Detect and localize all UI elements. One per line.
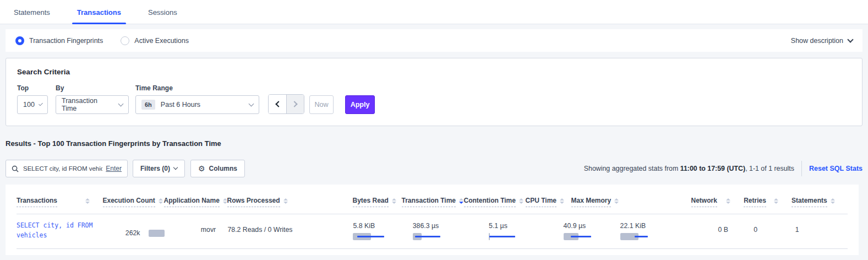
by-select-value: Transaction Time [62, 97, 114, 112]
column-header-cpu-time[interactable]: CPU Time [526, 197, 571, 207]
now-button[interactable]: Now [309, 95, 334, 114]
transaction-time-barchart [413, 233, 463, 240]
cell-rows-processed: 78.2 Reads / 0 Writes [227, 221, 288, 241]
transactions-page: Statements Transactions Sessions Transac… [0, 0, 868, 260]
search-icon [12, 165, 19, 172]
sort-icon [614, 198, 619, 204]
view-toggle-bar: Transaction Fingerprints Active Executio… [6, 29, 862, 52]
column-header-application-name[interactable]: Application Name [164, 197, 227, 207]
gear-icon: ⚙ [198, 164, 205, 173]
search-input[interactable]: SELECT city, id FROM vehicles W Enter [6, 160, 128, 177]
cell-network: 0 B [691, 221, 744, 241]
table-row: SELECT city, id FROM vehicles 262k movr … [17, 214, 848, 249]
columns-button-label: Columns [209, 165, 237, 172]
top-label: Top [17, 84, 56, 92]
search-criteria-card: Search Criteria Top 100 By Transaction T… [6, 58, 862, 126]
cell-cpu-time: 40.9 µs [525, 221, 571, 241]
sort-icon [774, 198, 778, 204]
cpu-time-barchart [564, 233, 571, 240]
time-range-field: Time Range 6h Past 6 Hours [135, 84, 268, 114]
tab-transactions[interactable]: Transactions [77, 0, 121, 24]
search-criteria-title: Search Criteria [17, 68, 851, 76]
cell-retries: 0 [744, 221, 791, 241]
search-input-value: SELECT city, id FROM vehicles W [23, 165, 102, 172]
by-field: By Transaction Time [56, 84, 135, 114]
cell-max-memory: 22.1 KiB [571, 221, 623, 241]
top-select[interactable]: 100 [17, 95, 48, 114]
column-header-network[interactable]: Network [691, 197, 744, 207]
time-range-select[interactable]: 6h Past 6 Hours [135, 95, 259, 114]
column-header-bytes-read[interactable]: Bytes Read [353, 197, 402, 207]
results-heading: Results - Top 100 Transaction Fingerprin… [6, 139, 862, 148]
tab-sessions[interactable]: Sessions [148, 0, 177, 24]
cell-application-name: movr [165, 221, 228, 241]
sort-icon [392, 198, 396, 204]
execution-count-bar [149, 230, 164, 237]
by-label: By [56, 84, 135, 92]
column-header-rows-processed[interactable]: Rows Processed [227, 197, 288, 207]
sort-icon [726, 198, 730, 204]
aggregated-stats-text: Showing aggregated stats from 11:00 to 1… [584, 165, 794, 172]
time-range-value: Past 6 Hours [161, 101, 200, 109]
contention-time-barchart [489, 233, 525, 240]
time-next-button[interactable] [286, 95, 304, 113]
column-header-statements[interactable]: Statements [791, 197, 848, 207]
chevron-down-icon [118, 101, 124, 106]
filters-button-label: Filters (0) [140, 165, 170, 172]
sort-icon [283, 198, 288, 204]
radio-active-executions[interactable]: Active Executions [121, 36, 189, 45]
filters-button[interactable]: Filters (0) [133, 160, 185, 177]
by-select[interactable]: Transaction Time [56, 95, 129, 114]
search-enter-button[interactable]: Enter [106, 165, 122, 172]
chevron-right-icon [291, 101, 297, 107]
column-header-max-memory[interactable]: Max Memory [571, 197, 624, 207]
sort-icon [519, 198, 523, 204]
radio-label: Active Executions [134, 37, 189, 45]
column-header-contention-time[interactable]: Contention Time [464, 197, 526, 207]
sort-icon [831, 198, 835, 204]
tab-bar: Statements Transactions Sessions [0, 0, 868, 24]
chevron-down-icon [249, 101, 254, 106]
time-pager [268, 94, 304, 114]
sort-icon [560, 198, 564, 204]
show-description-label: Show description [791, 37, 843, 45]
time-range-badge: 6h [141, 100, 155, 110]
column-header-retries[interactable]: Retries [744, 197, 791, 207]
cell-contention-time: 5.1 µs [463, 221, 525, 241]
chevron-down-icon [847, 36, 853, 42]
max-memory-barchart [620, 233, 623, 240]
column-header-transactions[interactable]: Transactions [17, 197, 103, 207]
bytes-read-barchart [353, 233, 401, 240]
radio-label: Transaction Fingerprints [29, 37, 103, 45]
chevron-left-icon [275, 101, 281, 107]
cell-execution-count: 262k [103, 221, 165, 241]
reset-sql-stats-link[interactable]: Reset SQL Stats [809, 165, 862, 172]
radio-selected-icon [15, 36, 24, 45]
chevron-down-icon [39, 101, 43, 106]
show-description-toggle[interactable]: Show description [791, 37, 853, 45]
cell-transaction-time: 386.3 µs [402, 221, 463, 241]
top-field: Top 100 [17, 84, 56, 114]
time-prev-button[interactable] [269, 95, 286, 113]
radio-unselected-icon [121, 36, 129, 45]
sort-icon [159, 198, 163, 204]
columns-button[interactable]: ⚙ Columns [190, 160, 245, 177]
radio-transaction-fingerprints[interactable]: Transaction Fingerprints [15, 36, 103, 45]
results-toolbar: SELECT city, id FROM vehicles W Enter Fi… [6, 160, 862, 177]
cell-statements: 1 [792, 221, 848, 241]
sort-icon-active-desc [459, 198, 463, 204]
transaction-fingerprint-link[interactable]: SELECT city, id FROM vehicles [17, 221, 103, 241]
apply-button[interactable]: Apply [345, 95, 375, 114]
cell-transactions: SELECT city, id FROM vehicles [17, 221, 103, 241]
tab-statements[interactable]: Statements [14, 0, 50, 24]
cell-bytes-read: 5.8 KiB [353, 221, 401, 241]
column-header-transaction-time[interactable]: Transaction Time [402, 197, 464, 207]
column-header-execution-count[interactable]: Execution Count [103, 197, 164, 207]
sort-icon [85, 198, 90, 204]
time-range-label: Time Range [135, 84, 268, 92]
divider [801, 161, 802, 176]
results-table-card: Transactions Execution Count Application… [6, 185, 859, 255]
table-header-row: Transactions Execution Count Application… [17, 185, 848, 214]
top-select-value: 100 [23, 101, 35, 109]
chevron-down-icon [173, 165, 178, 170]
